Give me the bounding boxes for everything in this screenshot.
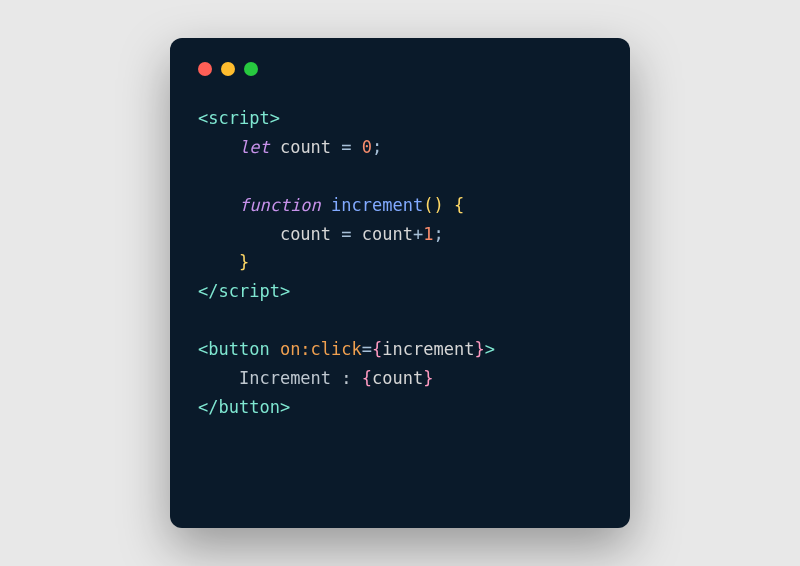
brace-open: { xyxy=(362,368,372,388)
brace-open: { xyxy=(372,339,382,359)
maximize-icon[interactable] xyxy=(244,62,258,76)
indent xyxy=(198,137,239,157)
brace-close: } xyxy=(423,368,433,388)
parens: () xyxy=(423,195,443,215)
keyword-let: let xyxy=(239,137,270,157)
function-name: increment xyxy=(331,195,423,215)
minimize-icon[interactable] xyxy=(221,62,235,76)
space xyxy=(444,195,454,215)
tag-close-button: </button> xyxy=(198,397,290,417)
identifier: count xyxy=(372,368,423,388)
tag-close-angle: > xyxy=(485,339,495,359)
operator-plus: + xyxy=(413,224,423,244)
indent xyxy=(198,252,239,272)
text-content: Increment : xyxy=(239,368,362,388)
indent xyxy=(198,195,239,215)
identifier: count xyxy=(280,224,341,244)
tag-open-script: <script> xyxy=(198,108,280,128)
space xyxy=(352,137,362,157)
indent xyxy=(198,224,280,244)
window-controls xyxy=(198,62,602,76)
number: 1 xyxy=(423,224,433,244)
code-block: <script> let count = 0; function increme… xyxy=(198,104,602,422)
space xyxy=(321,195,331,215)
semicolon: ; xyxy=(372,137,382,157)
indent xyxy=(198,368,239,388)
tag-close-script: </script> xyxy=(198,281,290,301)
operator-eq: = xyxy=(341,224,351,244)
code-window: <script> let count = 0; function increme… xyxy=(170,38,630,528)
brace-open: { xyxy=(454,195,464,215)
identifier: increment xyxy=(382,339,474,359)
attribute: on:click xyxy=(280,339,362,359)
identifier: count xyxy=(270,137,342,157)
tag-open-button: <button xyxy=(198,339,280,359)
identifier: count xyxy=(352,224,413,244)
keyword-function: function xyxy=(239,195,321,215)
brace-close: } xyxy=(474,339,484,359)
operator-eq: = xyxy=(341,137,351,157)
close-icon[interactable] xyxy=(198,62,212,76)
semicolon: ; xyxy=(433,224,443,244)
number: 0 xyxy=(362,137,372,157)
operator-eq: = xyxy=(362,339,372,359)
brace-close: } xyxy=(239,252,249,272)
